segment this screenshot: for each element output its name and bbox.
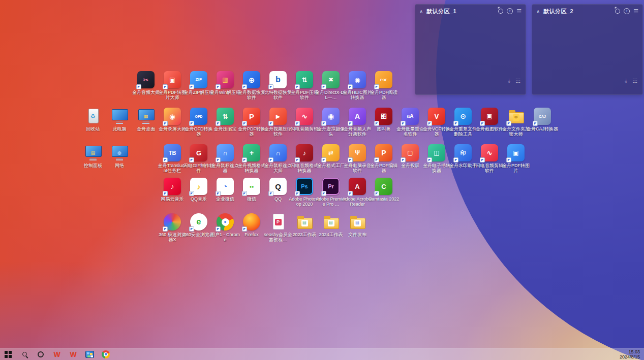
jz-mouse-click-master[interactable]: ∩◤金舟鼠标连点大师 xyxy=(265,144,291,173)
sd-audio-clip-software[interactable]: ∿◤闪电音频剪辑软件 xyxy=(476,144,503,173)
jz-ofd-converter[interactable]: OFD◤金舟OFD转换器 xyxy=(186,108,212,137)
jz-cast-screen[interactable]: ▢◤金舟投屏 xyxy=(397,144,423,168)
chrome-user1[interactable]: ●◤用户1 - Chrome xyxy=(212,213,238,242)
jz-compress-bao[interactable]: ⇅◤金舟压缩宝 xyxy=(212,108,238,132)
chrome-icon xyxy=(102,350,110,358)
camtasia-2022[interactable]: C◤Camtasia 2022 xyxy=(371,178,397,202)
jz-vcf-converter[interactable]: V◤金舟VCF转换器 xyxy=(423,108,450,137)
panel-1-body[interactable] xyxy=(415,18,526,78)
wecom[interactable]: ◔◤企业微信 xyxy=(212,178,238,202)
jz-pdf-to-image-master[interactable]: ▣◤金舟PDF转图片大师 xyxy=(159,71,186,100)
jz-zip-unzip[interactable]: ZIP◤金舟ZIP解压缩 xyxy=(186,71,212,95)
jz-pdf-reader[interactable]: PDF◤金舟PDF阅读器 xyxy=(371,71,397,100)
wechat[interactable]: ●●◤微信 xyxy=(238,178,265,202)
360-speed-browser-x[interactable]: ◤360 极速浏览器X xyxy=(159,213,186,242)
jz-duplicate-file-remover[interactable]: ⊙◤金舟重复文件删除工具 xyxy=(450,108,476,137)
panel-1-header[interactable]: ∧ 默认分区_1 + ☰ xyxy=(415,5,526,18)
tujiaoshow[interactable]: 图◤图叫兽 xyxy=(371,108,397,132)
cortana-button[interactable] xyxy=(33,348,49,360)
jz-vocal-separation-glyph: A xyxy=(355,113,360,120)
jz-desktop[interactable]: ▦金舟桌面 xyxy=(133,108,159,132)
add-icon[interactable]: + xyxy=(624,8,630,14)
taskbar-wps-1[interactable]: W xyxy=(49,348,65,360)
jz-pdf-compress[interactable]: ⇅◤金舟PDF压缩软件 xyxy=(291,71,318,100)
timer-icon[interactable] xyxy=(615,9,620,14)
jz-audio-master[interactable]: ✂◤金舟音频大师 xyxy=(133,71,159,95)
shortcut-arrow-overlay: ◤ xyxy=(480,157,485,162)
network[interactable]: ◍网络 xyxy=(106,144,133,168)
jz-screen-recorder-icon: ◉◤ xyxy=(164,108,181,125)
firefox[interactable]: ◤Firefox xyxy=(238,213,265,237)
timer-icon[interactable] xyxy=(498,9,503,14)
adobe-acrobat-reader[interactable]: A◤Adobe Acrobat Reader xyxy=(344,178,371,207)
shortcut-arrow-overlay: ◤ xyxy=(453,157,458,162)
control-panel[interactable]: ▤控制面板 xyxy=(80,144,106,168)
adobe-premiere-pro[interactable]: Pr◤Adobe Premiere Pro … xyxy=(318,178,344,207)
jz-translucent-taskbar[interactable]: TB◤金舟Translucent任务栏 xyxy=(159,144,186,173)
jz-batch-rename[interactable]: aA◤金舟批量重命名软件 xyxy=(397,108,423,137)
seoshy-member-tutorial-file[interactable]: Pseoshy会员全套教程… xyxy=(265,213,291,242)
jz-pdf-to-image[interactable]: ▣◤金舟PDF转图片 xyxy=(503,144,529,173)
adobe-photoshop-2020[interactable]: Ps◤Adobe Photoshop 2020 xyxy=(291,178,318,207)
sort-descending-icon[interactable]: ⇣ xyxy=(507,78,511,84)
collapse-chevron-icon[interactable]: ∧ xyxy=(536,9,543,14)
taskbar-clock[interactable]: 15:03 2024/8/15 xyxy=(620,349,644,359)
jz-screen-recorder[interactable]: ◉◤金舟录屏大师 xyxy=(159,108,186,132)
jz-pdf-editor[interactable]: P◤金舟PDF编辑器 xyxy=(371,144,397,173)
jz-directx-dll-repair[interactable]: ✖◤金舟DirectX·DLL—… xyxy=(318,71,344,100)
menu-icon[interactable]: ☰ xyxy=(516,8,522,14)
list-view-icon[interactable]: ☷ xyxy=(515,78,520,84)
this-pc[interactable]: 此电脑 xyxy=(106,108,133,132)
jz-win-unzip[interactable]: ▥◤金舟Win解压缩 xyxy=(212,71,238,95)
menu-icon[interactable]: ☰ xyxy=(633,8,638,14)
panel-2-header[interactable]: ∧ 默认分区_2 + ☰ xyxy=(532,5,642,18)
netease-cloud-music[interactable]: ♪◤网易云音乐 xyxy=(159,178,186,202)
sd-gif-maker[interactable]: G◤闪电GIF制作软件 xyxy=(186,144,212,173)
start-button[interactable] xyxy=(0,348,16,360)
sd-audio-format-converter[interactable]: ♪◤闪电音频格式转换器 xyxy=(291,144,318,173)
jz-vocal-separation[interactable]: A◤金舟音频人声分离软件 xyxy=(344,108,371,137)
jz-data-recovery[interactable]: ⊕◤金舟数据恢复软件 xyxy=(238,71,265,100)
jz-heic-image-converter[interactable]: ◉◤金舟HEIC图片转换器 xyxy=(344,71,371,100)
bite-data-recovery[interactable]: b◤比特数据恢复软件 xyxy=(265,71,291,100)
collapse-chevron-icon[interactable]: ∧ xyxy=(419,9,426,14)
jz-video-format-converter[interactable]: +◤金舟视频格式转换器 xyxy=(238,144,265,173)
folder-file-release[interactable]: ▤文件发布 xyxy=(344,213,371,237)
jz-watermark-helper[interactable]: 印◤金舟水印助手 xyxy=(450,144,476,168)
jz-format-factory[interactable]: ⇄◤金舟格式工厂 xyxy=(318,144,344,168)
jz-video-compress[interactable]: ▶◤金舟视频压缩软件 xyxy=(265,108,291,137)
qq[interactable]: Q◤QQ xyxy=(265,178,291,202)
folder-2023-worksheets[interactable]: ▤2023工作表 xyxy=(291,213,318,237)
jz-folder-encrypt-master[interactable]: ⊙◤金舟文件夹加密大师 xyxy=(503,108,529,137)
add-icon[interactable]: + xyxy=(507,8,513,14)
list-view-icon[interactable]: ☷ xyxy=(632,78,637,84)
360-safe-browser[interactable]: e◤360安全浏览器 xyxy=(186,213,212,237)
jz-virtual-camera[interactable]: ◉◤金舟虚拟摄像头 xyxy=(318,108,344,137)
jz-pc-audio-recorder[interactable]: Ψ◤金舟电脑录音软件 xyxy=(344,144,371,173)
folder-2024-worksheets[interactable]: ▤2024工作表 xyxy=(318,213,344,237)
sd-audio-clip[interactable]: ∿◤闪电音频剪辑 xyxy=(291,108,318,132)
folder-file-release-glyph: ▤ xyxy=(354,220,361,226)
jz-screenshot[interactable]: ▣◤金舟截图软件 xyxy=(476,108,503,132)
network-label: 网络 xyxy=(104,163,135,168)
network-glyph: ◍ xyxy=(117,151,121,155)
recycle-bin[interactable]: ♻回收站 xyxy=(80,108,106,132)
jz-caj-converter[interactable]: CAJ◤金舟CAJ转换器 xyxy=(529,108,556,132)
qq-music[interactable]: ♪◤QQ音乐 xyxy=(186,178,212,202)
taskbar-wps-2[interactable]: W xyxy=(65,348,81,360)
jz-mouse-clicker[interactable]: ∩◤金舟鼠标连点器 xyxy=(212,144,238,173)
taskbar-photos-app[interactable] xyxy=(81,348,98,360)
tujiaoshow-icon: 图◤ xyxy=(375,108,392,125)
jz-desktop-icon: ▦ xyxy=(137,108,155,125)
taskbar-chrome[interactable] xyxy=(98,348,114,360)
sort-descending-icon[interactable]: ⇣ xyxy=(624,78,628,84)
search-button[interactable] xyxy=(16,348,33,360)
jz-watermark-helper-icon: 印◤ xyxy=(454,144,472,161)
jz-ebook-converter[interactable]: ◫◤金舟电子书转换器 xyxy=(423,144,450,173)
shortcut-arrow-overlay: ◤ xyxy=(374,191,379,196)
firefox-icon: ◤ xyxy=(243,213,260,231)
jz-audio-master-glyph: ✂ xyxy=(143,77,149,83)
jz-pdf-converter[interactable]: P◤金舟PDF转换器 xyxy=(238,108,265,137)
qq-music-icon: ♪◤ xyxy=(190,178,207,195)
panel-2-body[interactable] xyxy=(532,18,642,78)
